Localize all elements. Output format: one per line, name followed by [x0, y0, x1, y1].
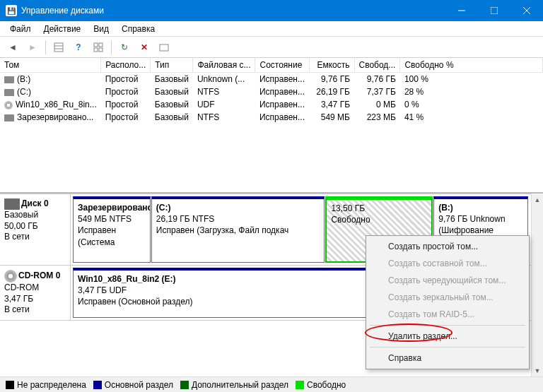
hdd-icon	[4, 76, 14, 83]
refresh-button[interactable]: ↻	[116, 39, 133, 56]
menu-bar: Файл Действие Вид Справка	[0, 21, 543, 37]
close-button[interactable]	[510, 0, 543, 21]
forward-button[interactable]: ►	[24, 39, 41, 56]
view-grid-button[interactable]	[90, 39, 107, 56]
window-title: Управление дисками	[21, 6, 445, 16]
hdd-icon	[4, 198, 20, 210]
volume-list-pane: Том Располо... Тип Файловая с... Состоян…	[0, 58, 543, 194]
app-icon: 💾	[6, 5, 17, 16]
legend-primary: Основной раздел	[93, 380, 173, 390]
col-pct[interactable]: Свободно %	[400, 58, 543, 73]
minimize-button[interactable]	[445, 0, 478, 21]
volume-table[interactable]: Том Располо... Тип Файловая с... Состоян…	[0, 58, 543, 124]
col-free[interactable]: Свобод...	[354, 58, 400, 73]
table-row[interactable]: (C:)ПростойБазовыйNTFSИсправен...26,19 Г…	[0, 85, 543, 98]
context-menu: Создать простой том... Создать составной…	[366, 235, 530, 369]
ctx-delete-partition[interactable]: Удалить раздел...	[368, 328, 527, 345]
svg-rect-7	[94, 43, 98, 47]
hdd-icon	[4, 89, 14, 96]
ctx-separator	[370, 347, 525, 348]
svg-rect-10	[99, 48, 103, 52]
window-controls	[445, 0, 543, 21]
status-bar: Не распределена Основной раздел Дополнит…	[0, 376, 543, 392]
toolbar-separator	[45, 40, 46, 54]
view-list-button[interactable]	[50, 39, 67, 56]
toolbar-separator	[111, 40, 112, 54]
menu-help[interactable]: Справка	[116, 23, 160, 35]
delete-button[interactable]: ✕	[136, 39, 153, 56]
partition-primary[interactable]: (C:)26,19 ГБ NTFSИсправен (Загрузка, Фай…	[151, 196, 325, 263]
col-status[interactable]: Состояние	[255, 58, 309, 73]
col-volume[interactable]: Том	[0, 58, 101, 73]
legend-label: Не распределена	[17, 380, 86, 390]
table-row[interactable]: (B:)ПростойБазовыйUnknown (...Исправен..…	[0, 73, 543, 86]
partition-primary[interactable]: Зарезервировано549 МБ NTFSИсправен (Сист…	[73, 196, 151, 263]
table-header-row[interactable]: Том Располо... Тип Файловая с... Состоян…	[0, 58, 543, 73]
legend-label: Свободно	[307, 380, 346, 390]
toolbar: ◄ ► ? ↻ ✕	[0, 37, 543, 58]
properties-button[interactable]	[156, 39, 173, 56]
ctx-create-raid5: Создать том RAID-5...	[368, 306, 527, 323]
svg-rect-8	[99, 43, 103, 47]
scroll-down-icon[interactable]: ▼	[532, 364, 543, 376]
ctx-create-striped: Создать чередующийся том...	[368, 272, 527, 289]
col-capacity[interactable]: Емкость	[309, 58, 354, 73]
hdd-icon	[4, 114, 14, 121]
legend-unallocated: Не распределена	[6, 380, 86, 390]
menu-view[interactable]: Вид	[88, 23, 115, 35]
col-layout[interactable]: Располо...	[101, 58, 151, 73]
cd-icon	[4, 101, 13, 109]
col-type[interactable]: Тип	[151, 58, 193, 73]
table-row[interactable]: Win10_x86_Ru_8in...ПростойБазовыйUDFИспр…	[0, 98, 543, 111]
menu-action[interactable]: Действие	[38, 23, 87, 35]
ctx-separator	[370, 325, 525, 326]
help-button[interactable]: ?	[70, 39, 87, 56]
scroll-up-icon[interactable]: ▲	[532, 194, 543, 206]
svg-rect-9	[94, 48, 98, 52]
legend-label: Основной раздел	[105, 380, 173, 390]
svg-rect-1	[491, 7, 498, 14]
menu-file[interactable]: Файл	[4, 23, 37, 35]
ctx-create-mirrored: Создать зеркальный том...	[368, 289, 527, 306]
disk-header[interactable]: CD-ROM 0CD-ROM3,47 ГБВ сети	[0, 266, 71, 320]
legend-free: Свободно	[296, 380, 346, 390]
svg-rect-11	[160, 44, 168, 51]
scrollbar[interactable]: ▲ ▼	[531, 194, 543, 376]
svg-rect-4	[54, 43, 63, 52]
disk-header[interactable]: Диск 0Базовый50,00 ГБВ сети	[0, 194, 71, 265]
back-button[interactable]: ◄	[4, 39, 21, 56]
ctx-create-spanned: Создать составной том...	[368, 255, 527, 272]
cd-icon	[4, 270, 17, 283]
table-row[interactable]: Зарезервировано...ПростойБазовыйNTFSИспр…	[0, 111, 543, 124]
ctx-create-simple[interactable]: Создать простой том...	[368, 238, 527, 255]
legend-extended: Дополнительный раздел	[180, 380, 288, 390]
maximize-button[interactable]	[478, 0, 510, 21]
title-bar: 💾 Управление дисками	[0, 0, 543, 21]
col-fs[interactable]: Файловая с...	[193, 58, 255, 73]
legend-label: Дополнительный раздел	[192, 380, 288, 390]
ctx-help[interactable]: Справка	[368, 350, 527, 367]
